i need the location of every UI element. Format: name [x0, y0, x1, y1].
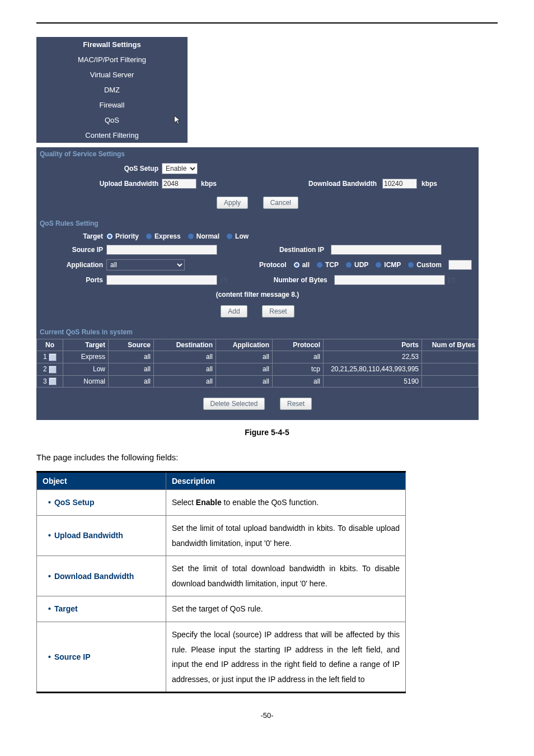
protocol-radio-tcp[interactable] [316, 262, 323, 268]
protocol-radio-udp[interactable] [345, 262, 352, 268]
ports-input[interactable] [106, 275, 217, 285]
row3-target: Normal [63, 375, 109, 388]
upload-bw-input[interactable] [162, 179, 196, 189]
ports-help-icon[interactable]: [?] [217, 277, 231, 283]
th-no: No [37, 339, 63, 351]
row1-checkbox[interactable] [49, 353, 57, 361]
download-bw-label: Download Bandwidth [308, 180, 380, 188]
desc-val-download: Set the limit of total download bandwidt… [166, 556, 406, 596]
application-select[interactable]: all [106, 259, 185, 270]
protocol-opt-tcp: TCP [325, 261, 345, 269]
row3-no: 3 [43, 377, 47, 385]
row1-app: all [216, 351, 273, 363]
delete-selected-button[interactable]: Delete Selected [203, 398, 265, 410]
row2-dest: all [154, 363, 216, 375]
apply-button[interactable]: Apply [217, 197, 248, 209]
row2-no: 2 [43, 365, 47, 373]
table-row: 3 Normal all all all all 5190 [37, 375, 479, 388]
ports-label: Ports [40, 276, 106, 284]
table-row: 2 Low all all all tcp 20,21,25,80,110,44… [37, 363, 479, 375]
desc-val-qossetup: Select Enable to enable the QoS function… [166, 490, 406, 516]
row2-app: all [216, 363, 273, 375]
upload-bw-unit: kbps [196, 180, 221, 188]
qos-setup-label: QoS Setup [40, 165, 162, 172]
qos-setup-select[interactable]: Enable [162, 163, 198, 174]
cancel-button[interactable]: Cancel [263, 197, 298, 209]
row2-source: all [109, 363, 154, 375]
target-radio-express[interactable] [146, 233, 152, 240]
source-ip-label: Source IP [40, 246, 106, 254]
nav-item-virtualserver[interactable]: Virtual Server [36, 67, 188, 82]
row1-proto: all [273, 351, 324, 363]
target-radio-normal[interactable] [188, 233, 194, 240]
row1-ports: 22,53 [324, 351, 422, 363]
desc-val-upload: Set the limit of total upload bandwidth … [166, 516, 406, 556]
row1-bytes [422, 351, 479, 363]
row1-target: Express [63, 351, 109, 363]
target-radio-priority[interactable] [106, 233, 113, 240]
reset-button[interactable]: Reset [262, 305, 294, 318]
nav-item-dmz[interactable]: DMZ [36, 82, 188, 97]
target-radio-low[interactable] [226, 233, 233, 240]
th-application: Application [216, 339, 273, 351]
table-row: 1 Express all all all all 22,53 [37, 351, 479, 363]
download-bw-input[interactable] [382, 179, 417, 189]
nav-header: Firewall Settings [36, 37, 188, 52]
page-footer: -50- [36, 711, 498, 720]
row1-dest: all [154, 351, 216, 363]
protocol-custom-input[interactable] [448, 260, 472, 270]
row3-bytes [422, 375, 479, 388]
row3-dest: all [154, 375, 216, 388]
protocol-opt-custom: Custom [416, 261, 448, 269]
target-opt-normal: Normal [196, 232, 226, 240]
protocol-label: Protocol [259, 261, 290, 269]
row1-source: all [109, 351, 154, 363]
row3-app: all [216, 375, 273, 388]
download-bw-unit: kbps [417, 180, 442, 188]
protocol-opt-icmp: ICMP [384, 261, 407, 269]
th-source: Source [109, 339, 154, 351]
bytes-help-icon[interactable]: [?] [445, 277, 458, 283]
target-opt-express: Express [154, 232, 188, 240]
nav-item-mac[interactable]: MAC/IP/Port Filtering [36, 52, 188, 67]
desc-obj-download: •Download Bandwidth [37, 556, 166, 596]
th-target: Target [63, 339, 109, 351]
protocol-radio-custom[interactable] [407, 262, 414, 268]
row3-proto: all [273, 375, 324, 388]
row1-no: 1 [43, 353, 47, 361]
desc-obj-sourceip: •Source IP [37, 622, 166, 693]
row2-bytes [422, 363, 479, 375]
rules-setting-title: QoS Rules Setting [36, 217, 479, 230]
content-filter-message: (content filter message 8.) [36, 287, 479, 300]
source-ip-input[interactable] [106, 245, 217, 255]
th-destination: Destination [154, 339, 216, 351]
protocol-radio-icmp[interactable] [375, 262, 382, 268]
desc-obj-upload: •Upload Bandwidth [37, 516, 166, 556]
destination-ip-input[interactable] [331, 245, 442, 255]
row2-checkbox[interactable] [49, 366, 57, 374]
desc-obj-target: •Target [37, 596, 166, 622]
nav-item-qos-label: QoS [105, 116, 119, 124]
intro-paragraph: The page includes the following fields: [36, 452, 498, 462]
th-ports: Ports [324, 339, 422, 351]
target-opt-low: Low [235, 232, 255, 240]
desc-val-target: Set the target of QoS rule. [166, 596, 406, 622]
bytes-input[interactable] [334, 275, 445, 285]
nav-item-qos[interactable]: QoS [36, 113, 188, 128]
protocol-opt-udp: UDP [354, 261, 375, 269]
nav-item-contentfiltering[interactable]: Content Filtering [36, 128, 188, 143]
row2-target: Low [63, 363, 109, 375]
qos-settings-title: Quality of Service Settings [36, 147, 479, 161]
reset-rules-button[interactable]: Reset [280, 398, 312, 410]
row2-ports: 20,21,25,80,110,443,993,995 [324, 363, 422, 375]
row3-checkbox[interactable] [49, 377, 57, 385]
protocol-radio-all[interactable] [293, 262, 300, 268]
rules-table: No Target Source Destination Application… [36, 339, 479, 388]
row3-ports: 5190 [324, 375, 422, 388]
add-button[interactable]: Add [221, 305, 247, 318]
desc-th-object: Object [37, 472, 166, 490]
cursor-icon [172, 115, 182, 127]
nav-item-firewall[interactable]: Firewall [36, 97, 188, 113]
th-protocol: Protocol [273, 339, 324, 351]
target-opt-priority: Priority [115, 232, 146, 240]
